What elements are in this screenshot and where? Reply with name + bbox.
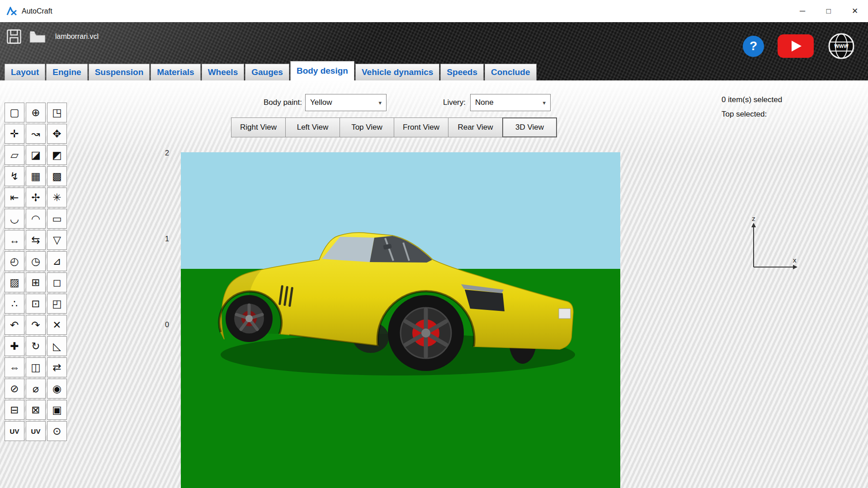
tool-smooth-face[interactable]: ◻ [47, 272, 67, 292]
viewport-3d[interactable] [181, 152, 620, 488]
view-button-rear-view[interactable]: Rear View [448, 117, 503, 137]
tool-hatch-surface[interactable]: ▨ [5, 272, 24, 292]
axis-gizmo: z x [746, 215, 805, 276]
tab-engine[interactable]: Engine [46, 64, 87, 80]
tab-bar: LayoutEngineSuspensionMaterialsWheelsGau… [5, 61, 537, 80]
tool-translate-points[interactable]: ✢ [26, 188, 46, 207]
main-content: ▢⊕◳✛↝✥▱◪◩↯▦▩⇤✢✳◡◠▭↔⇆▽◴◷⊿▨⊞◻∴⊡◰↶↷✕✚↻◺⇔◫⇄⊘… [0, 80, 868, 488]
tool-select-area[interactable]: ◳ [47, 103, 67, 122]
tool-hide[interactable]: ⊘ [5, 379, 24, 399]
car-render [181, 152, 620, 488]
tab-layout[interactable]: Layout [5, 64, 45, 80]
open-button[interactable] [28, 27, 47, 46]
tool-stretch-horizontal[interactable]: ⇔ [5, 357, 24, 377]
tool-render-photo[interactable]: ⊙ [47, 421, 67, 441]
tab-body-design[interactable]: Body design [290, 61, 354, 80]
tool-flip-surface[interactable]: ◫ [26, 357, 46, 377]
tool-corner-crop[interactable]: ◰ [47, 294, 67, 314]
tool-show-all[interactable]: ◉ [47, 379, 67, 399]
tool-add-point[interactable]: ✛ [5, 124, 24, 144]
save-icon [6, 29, 22, 44]
ruler-label-0: 0 [157, 321, 169, 329]
tool-palette: ▢⊕◳✛↝✥▱◪◩↯▦▩⇤✢✳◡◠▭↔⇆▽◴◷⊿▨⊞◻∴⊡◰↶↷✕✚↻◺⇔◫⇄⊘… [5, 103, 67, 441]
tool-box-divide[interactable]: ⊞ [26, 272, 46, 292]
view-buttons: Right ViewLeft ViewTop ViewFront ViewRea… [231, 117, 557, 137]
tool-twist-cw[interactable]: ◷ [26, 251, 46, 271]
file-actions: lamborrari.vcl [5, 27, 99, 47]
close-button[interactable]: ✕ [842, 0, 868, 22]
tab-speeds[interactable]: Speeds [440, 64, 484, 80]
website-button[interactable]: WWW [827, 32, 855, 60]
tool-grid-divide[interactable]: ▦ [26, 166, 46, 186]
tool-uv-edit[interactable]: UV [5, 421, 24, 441]
window-controls: ─ □ ✕ [789, 0, 868, 22]
tool-arc-down[interactable]: ◡ [5, 209, 24, 229]
chevron-down-icon: ▾ [542, 99, 546, 106]
tool-point-cluster[interactable]: ∴ [5, 294, 24, 314]
tool-move-vertex[interactable]: ✥ [47, 124, 67, 144]
tool-new-file[interactable]: ▢ [5, 103, 24, 122]
tool-rotate[interactable]: ↻ [26, 336, 46, 356]
tool-redo[interactable]: ↷ [26, 315, 46, 335]
tool-stretch-width[interactable]: ↔ [5, 230, 24, 250]
tool-grid-box[interactable]: ⊡ [26, 294, 46, 314]
minimize-button[interactable]: ─ [789, 0, 816, 22]
tool-uv-wrap[interactable]: UV [26, 421, 46, 441]
body-paint-label: Body paint: [244, 98, 302, 107]
tool-skew-surface[interactable]: ⊿ [47, 251, 67, 271]
maximize-button[interactable]: □ [816, 0, 842, 22]
folder-icon [29, 29, 46, 44]
tool-collapse-points[interactable]: ⇤ [5, 188, 24, 207]
tool-add-body[interactable]: ⊕ [26, 103, 46, 122]
save-button[interactable] [5, 27, 24, 46]
livery-value: None [475, 98, 494, 107]
tab-gauges[interactable]: Gauges [245, 64, 289, 80]
selection-info: 0 item(s) selected Top selected: [722, 93, 782, 122]
tool-loft-surface[interactable]: ▭ [47, 209, 67, 229]
tool-shear-x[interactable]: ▱ [5, 145, 24, 165]
tab-vehicle-dynamics[interactable]: Vehicle dynamics [355, 64, 439, 80]
tool-twist-ccw[interactable]: ◴ [5, 251, 24, 271]
tool-copy[interactable]: ⊟ [5, 400, 24, 420]
body-paint-select[interactable]: Yellow ▾ [305, 94, 387, 111]
tool-shear-z[interactable]: ◩ [47, 145, 67, 165]
tool-scatter-points[interactable]: ✳ [47, 188, 67, 207]
titlebar: AutoCraft ─ □ ✕ [0, 0, 868, 22]
tool-grid-pattern[interactable]: ▩ [47, 166, 67, 186]
tool-taper[interactable]: ▽ [47, 230, 67, 250]
youtube-button[interactable] [778, 34, 814, 58]
view-button-3d-view[interactable]: 3D View [502, 117, 557, 137]
livery-select[interactable]: None ▾ [470, 94, 551, 111]
tool-move[interactable]: ✚ [5, 336, 24, 356]
axis-x-arrow [793, 265, 797, 269]
chevron-down-icon: ▾ [378, 99, 382, 106]
app-logo-icon [6, 7, 17, 16]
help-button[interactable]: ? [743, 36, 764, 57]
tool-paste[interactable]: ▣ [47, 400, 67, 420]
tool-hide-unselected[interactable]: ⌀ [26, 379, 46, 399]
view-button-top-view[interactable]: Top View [340, 117, 394, 137]
tool-compress-width[interactable]: ⇆ [26, 230, 46, 250]
tool-undo[interactable]: ↶ [5, 315, 24, 335]
youtube-icon [778, 34, 814, 58]
tool-edit-spline[interactable]: ↯ [5, 166, 24, 186]
tab-materials[interactable]: Materials [151, 64, 200, 80]
tool-shear-y[interactable]: ◪ [26, 145, 46, 165]
tool-duplicate[interactable]: ⊠ [26, 400, 46, 420]
tab-conclude[interactable]: Conclude [485, 64, 537, 80]
toolbar-header: lamborrari.vcl ? WWW LayoutEngineSuspens… [0, 22, 868, 80]
current-filename: lamborrari.vcl [55, 33, 99, 41]
body-paint-value: Yellow [310, 98, 332, 107]
tool-arc-up[interactable]: ◠ [26, 209, 46, 229]
view-button-right-view[interactable]: Right View [231, 117, 286, 137]
tab-suspension[interactable]: Suspension [89, 64, 150, 80]
tab-wheels[interactable]: Wheels [202, 64, 245, 80]
tool-add-curve[interactable]: ↝ [26, 124, 46, 144]
ruler-label-1: 1 [157, 235, 169, 243]
tool-mirror[interactable]: ⇄ [47, 357, 67, 377]
tool-scale[interactable]: ◺ [47, 336, 67, 356]
tool-delete[interactable]: ✕ [47, 315, 67, 335]
view-button-front-view[interactable]: Front View [394, 117, 448, 137]
globe-icon: WWW [827, 32, 855, 60]
view-button-left-view[interactable]: Left View [285, 117, 340, 137]
